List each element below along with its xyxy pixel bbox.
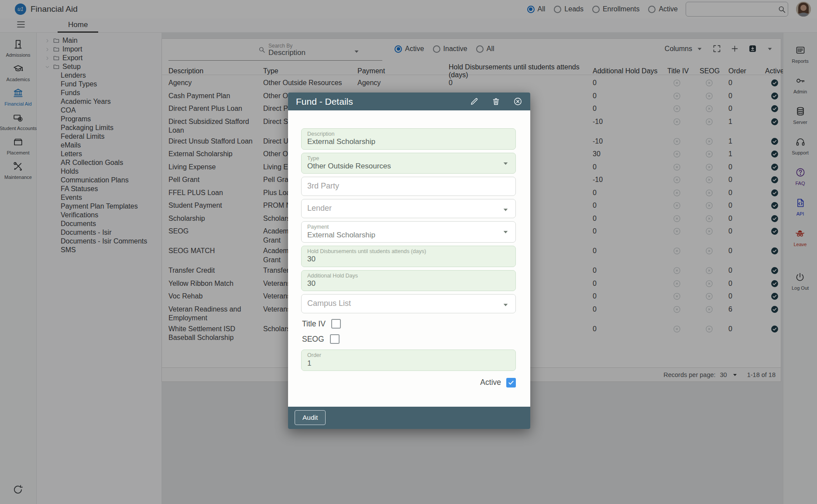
description-field[interactable]: Description External Scholarship [301,128,516,150]
payment-select[interactable]: Payment External Scholarship [301,221,516,243]
field-label: Additional Hold Days [307,273,498,279]
field-value: 1 [307,359,498,368]
chevron-down-icon [501,228,510,238]
field-label: Description [307,131,498,137]
title-iv-label: Title IV [302,319,326,329]
type-select[interactable]: Type Other Outside Resources [301,153,516,174]
field-label: Hold Disbursements until students attend… [307,248,498,254]
field-label: Order [307,352,498,358]
edit-icon[interactable] [470,97,479,106]
active-label: Active [480,378,501,387]
field-value: 30 [307,254,498,264]
modal-header: Fund - Details [288,93,530,110]
field-placeholder: 3rd Party [307,179,498,192]
chevron-down-icon [501,301,510,311]
title-iv-checkbox[interactable] [331,319,341,329]
additional-hold-days-field[interactable]: Additional Hold Days 30 [301,270,516,291]
order-field[interactable]: Order 1 [301,350,516,371]
hold-disbursements-field[interactable]: Hold Disbursements until students attend… [301,246,516,267]
audit-button[interactable]: Audit [295,410,326,425]
modal-title: Fund - Details [296,96,353,107]
seog-checkbox[interactable] [330,334,340,344]
campus-list-select[interactable]: Campus List [301,294,516,313]
field-placeholder: Lender [307,202,498,215]
chevron-down-icon [501,206,510,216]
field-label: Payment [307,224,498,230]
field-placeholder: Campus List [307,297,498,310]
field-value: External Scholarship [307,230,498,240]
field-value: 30 [307,279,498,288]
third-party-field[interactable]: 3rd Party [301,177,516,196]
modal-footer: Audit [288,407,530,429]
field-label: Type [307,155,498,161]
fund-details-modal: Fund - Details Description External Scho… [288,93,530,429]
field-value: Other Outside Resources [307,161,498,171]
close-icon[interactable] [513,97,522,106]
lender-select[interactable]: Lender [301,199,516,218]
modal-body: Description External Scholarship Type Ot… [288,110,530,407]
seog-label: SEOG [302,335,324,344]
active-checkbox[interactable] [506,378,516,387]
delete-icon[interactable] [491,97,501,106]
chevron-down-icon [501,159,510,169]
field-value: External Scholarship [307,137,498,146]
